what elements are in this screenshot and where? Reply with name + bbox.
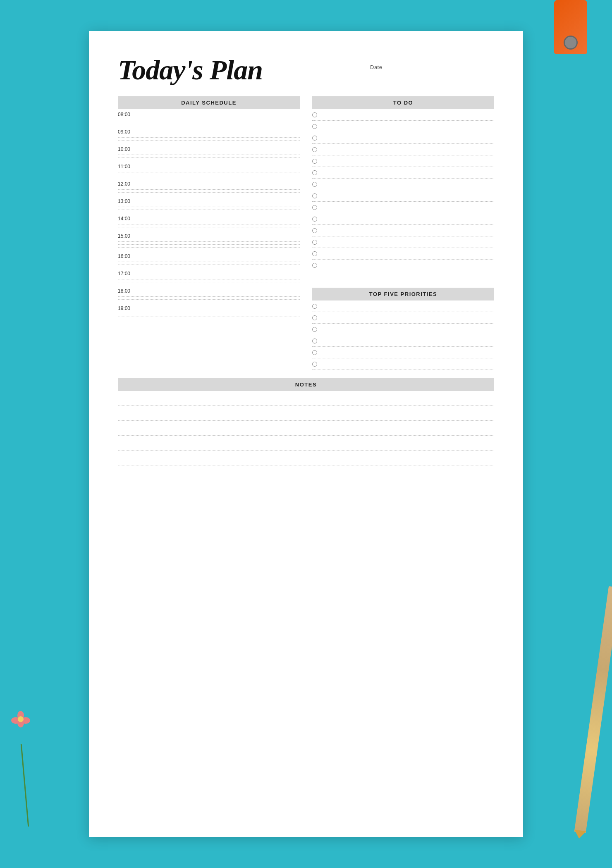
priority-checkbox-5[interactable] — [312, 350, 317, 355]
date-label: Date — [370, 64, 382, 70]
time-label-1000: 10:00 — [118, 145, 300, 152]
priority-item-2[interactable] — [312, 312, 494, 324]
time-label-0800: 08:00 — [118, 110, 300, 117]
todo-item-1[interactable] — [312, 109, 494, 121]
spacer — [312, 271, 494, 288]
sharpener-decoration — [554, 0, 587, 54]
time-label-1200: 12:00 — [118, 179, 300, 187]
date-line — [370, 73, 494, 73]
note-line-5 — [118, 452, 494, 465]
time-label-1900: 19:00 — [118, 304, 300, 311]
todo-item-12[interactable] — [312, 236, 494, 248]
time-label-1800: 18:00 — [118, 286, 300, 294]
time-label-1500: 15:00 — [118, 231, 300, 239]
priority-item-5[interactable] — [312, 347, 494, 358]
todo-item-11[interactable] — [312, 225, 494, 236]
time-label-1400: 14:00 — [118, 214, 300, 222]
priority-checkbox-6[interactable] — [312, 362, 317, 367]
todo-checkbox-2[interactable] — [312, 124, 317, 129]
notes-header: NOTES — [118, 378, 494, 391]
priority-item-6[interactable] — [312, 358, 494, 370]
todo-item-13[interactable] — [312, 248, 494, 260]
todo-checkbox-10[interactable] — [312, 217, 317, 222]
todo-item-6[interactable] — [312, 167, 494, 179]
time-label-0900: 09:00 — [118, 127, 300, 135]
todo-item-2[interactable] — [312, 121, 494, 132]
todo-checkbox-8[interactable] — [312, 193, 317, 198]
priorities-header: TOP FIVE PRIORITIES — [312, 288, 494, 300]
time-block-1400: 14:00 — [118, 213, 300, 231]
todo-item-8[interactable] — [312, 190, 494, 202]
priority-checkbox-3[interactable] — [312, 327, 317, 332]
time-block-1200: 12:00 — [118, 179, 300, 196]
priority-checkbox-1[interactable] — [312, 304, 317, 309]
time-block-1800: 18:00 — [118, 286, 300, 303]
todo-checkbox-13[interactable] — [312, 251, 317, 256]
time-label-1100: 11:00 — [118, 162, 300, 169]
two-column-layout: DAILY SCHEDULE 08:00 09:00 10:00 11: — [118, 96, 494, 370]
header: Today's Plan Date — [118, 56, 494, 84]
date-section: Date — [370, 64, 494, 73]
todo-item-7[interactable] — [312, 179, 494, 190]
todo-checkbox-14[interactable] — [312, 263, 317, 268]
time-label-1600: 16:00 — [118, 252, 300, 259]
todo-checkbox-5[interactable] — [312, 159, 317, 164]
time-block-0800: 08:00 — [118, 109, 300, 126]
right-column: TO DO — [312, 96, 494, 370]
todo-item-5[interactable] — [312, 155, 494, 167]
time-block-1600: 16:00 — [118, 251, 300, 268]
priority-checkbox-4[interactable] — [312, 339, 317, 343]
daily-schedule-header: DAILY SCHEDULE — [118, 96, 300, 109]
note-line-3 — [118, 422, 494, 436]
paper: Today's Plan Date DAILY SCHEDULE 08:00 0… — [89, 31, 523, 837]
note-line-1 — [118, 393, 494, 406]
todo-checkbox-7[interactable] — [312, 182, 317, 187]
time-block-1500: 15:00 — [118, 231, 300, 251]
todo-checkbox-9[interactable] — [312, 205, 317, 210]
todo-checkbox-6[interactable] — [312, 170, 317, 175]
time-label-1300: 13:00 — [118, 197, 300, 204]
time-block-1700: 17:00 — [118, 268, 300, 286]
time-block-1000: 10:00 — [118, 144, 300, 161]
todo-item-3[interactable] — [312, 132, 494, 144]
time-block-1100: 11:00 — [118, 161, 300, 179]
flowers-decoration — [8, 703, 41, 827]
todo-item-9[interactable] — [312, 202, 494, 213]
priority-item-1[interactable] — [312, 300, 494, 312]
priority-item-3[interactable] — [312, 324, 494, 335]
time-block-1900: 19:00 — [118, 303, 300, 320]
notes-section: NOTES — [118, 378, 494, 465]
todo-checkbox-3[interactable] — [312, 136, 317, 141]
left-column: DAILY SCHEDULE 08:00 09:00 10:00 11: — [118, 96, 300, 370]
todo-checkbox-1[interactable] — [312, 112, 317, 117]
pencil-decoration — [574, 586, 612, 833]
todo-item-10[interactable] — [312, 213, 494, 225]
todo-item-4[interactable] — [312, 144, 494, 155]
time-label-1700: 17:00 — [118, 269, 300, 277]
time-block-1300: 13:00 — [118, 196, 300, 213]
note-line-4 — [118, 437, 494, 451]
todo-checkbox-4[interactable] — [312, 147, 317, 152]
todo-checkbox-12[interactable] — [312, 240, 317, 245]
priority-checkbox-2[interactable] — [312, 315, 317, 320]
page-title: Today's Plan — [118, 56, 358, 84]
todo-checkbox-11[interactable] — [312, 228, 317, 233]
todo-header: TO DO — [312, 96, 494, 109]
todo-item-14[interactable] — [312, 260, 494, 271]
note-line-2 — [118, 408, 494, 421]
priority-item-4[interactable] — [312, 335, 494, 347]
time-block-0900: 09:00 — [118, 126, 300, 144]
